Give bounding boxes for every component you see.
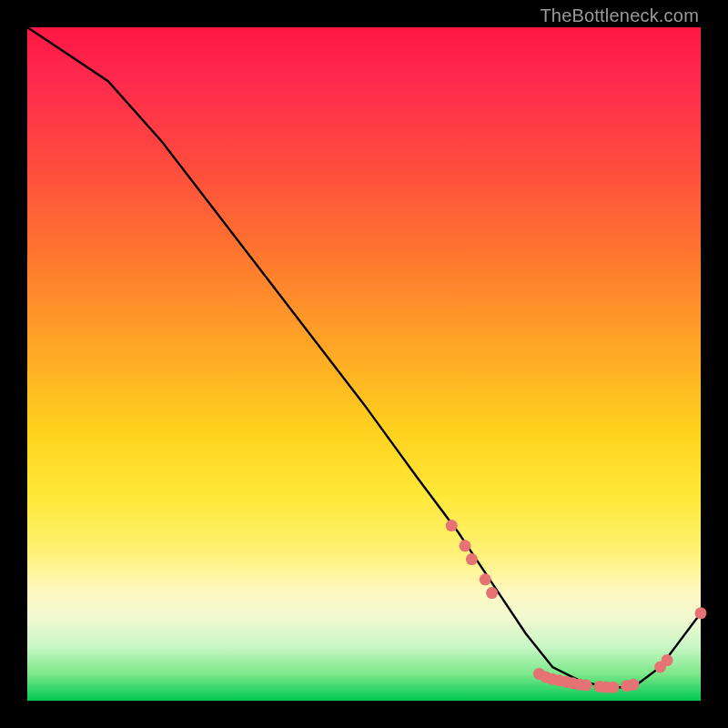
data-marker [607,682,619,693]
data-marker [695,607,707,619]
curve-layer [27,27,701,701]
data-marker [628,679,640,691]
data-marker [446,520,458,531]
watermark-text: TheBottleneck.com [540,5,699,26]
plot-area [27,27,701,701]
data-marker [581,680,592,692]
chart-frame: TheBottleneck.com [0,0,728,728]
data-marker [460,540,471,551]
data-marker [466,553,478,565]
data-marker [480,573,491,585]
marker-group [446,520,707,693]
bottleneck-curve-path [27,27,701,687]
data-marker [662,654,673,666]
data-marker [486,587,498,599]
